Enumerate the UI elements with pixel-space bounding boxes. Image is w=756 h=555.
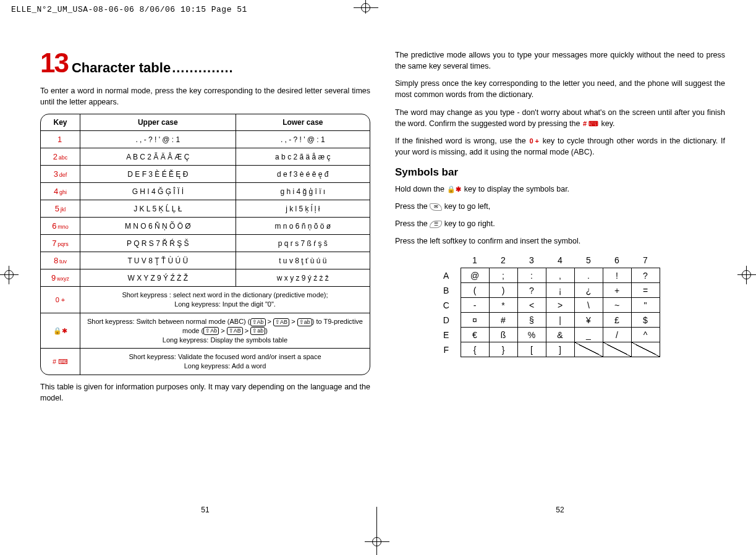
lower-cell: t u v 8 ţ ť ù ú ü [236, 252, 370, 269]
zero-key-icon: 0 + [529, 138, 540, 145]
symbols-p3: Press the ☰ key to go right. [395, 218, 725, 229]
lower-cell: d e f 3 è é ě ę đ [236, 166, 370, 183]
sym-row: E€ß%&_/^ [432, 328, 660, 342]
sym-row-head: D [432, 313, 461, 328]
sym-cell [574, 342, 603, 357]
sym-cell [603, 342, 631, 357]
hash-key-icon: # ⌨ [582, 121, 599, 127]
key-cell: 6mno [41, 218, 80, 235]
predictive-p4: If the finished word is wrong, use the 0… [395, 135, 725, 158]
sym-row: B()?¡¿+= [432, 283, 660, 298]
lower-cell: a b c 2 ã ä å æ ç [236, 148, 370, 166]
key-cell: 4ghi [41, 183, 80, 200]
sym-col-head: 5 [574, 253, 603, 268]
symbols-p4: Press the left softkey to confirm and in… [395, 235, 725, 247]
upper-cell: G H I 4 Ğ Ģ Î Ï İ [80, 183, 236, 200]
predictive-p1: The predictive mode allows you to type y… [395, 49, 725, 72]
page-left: 13 Character table.............. To ente… [40, 43, 370, 518]
sym-cell: : [517, 268, 546, 283]
predictive-p3: The word may change as you type - don't … [395, 107, 725, 129]
char-row: 2abcA B C 2 Ã Ä Å Æ Ça b c 2 ã ä å æ ç [41, 148, 370, 166]
page-number-right: 52 [556, 506, 564, 514]
symbols-p1: Hold down the 🔒✱ key to display the symb… [395, 184, 725, 195]
sym-cell: @ [461, 268, 489, 283]
upper-cell: D E F 3 È É Ě Ę Đ [80, 166, 236, 183]
sym-cell: ¥ [574, 313, 603, 328]
sym-cell: = [631, 283, 660, 298]
row0-text: Short keypress : select next word in the… [80, 287, 370, 313]
char-row: 6mnoM N O 6 Ñ Ņ Õ Ö Øm n o 6 ñ ņ õ ö ø [41, 218, 370, 235]
sym-cell: # [489, 313, 517, 328]
key-cell: 5jkl [41, 200, 80, 218]
sym-cell: | [546, 313, 574, 328]
sym-cell: ~ [603, 298, 631, 313]
sym-cell: , [546, 268, 574, 283]
key-cell: 9wxyz [41, 269, 80, 287]
sym-row-head: C [432, 298, 461, 313]
upper-cell: T U V 8 Ţ Ť Ù Ú Ü [80, 252, 236, 269]
key-cell: 1 [41, 131, 80, 148]
sym-cell: ) [489, 283, 517, 298]
sym-cell: { [461, 342, 489, 357]
lower-cell: . , - ? ! ' @ : 1 [236, 131, 370, 148]
lower-cell: g h i 4 ğ ģ î ï ı [236, 183, 370, 200]
sym-cell: ! [603, 268, 631, 283]
th-lower: Lower case [236, 114, 370, 131]
symbols-p2: Press the ✉ key to go left, [395, 201, 725, 212]
sym-cell: * [489, 298, 517, 313]
sym-row-head: E [432, 328, 461, 342]
upper-cell: A B C 2 Ã Ä Å Æ Ç [80, 148, 236, 166]
left-softkey-icon: ✉ [430, 203, 442, 211]
lower-cell: w x y z 9 ý ź ż ž [236, 269, 370, 287]
sym-cell: £ [603, 313, 631, 328]
th-upper: Upper case [80, 114, 236, 131]
crop-mark-top [354, 0, 378, 17]
intro-paragraph: To enter a word in normal mode, press th… [40, 85, 370, 108]
table-footnote: This table is given for information purp… [40, 381, 370, 404]
sym-cell: ß [489, 328, 517, 342]
sym-cell: _ [574, 328, 603, 342]
key-cell-star: 🔒✱ [41, 313, 80, 349]
upper-cell: . , - ? ! ' @ : 1 [80, 131, 236, 148]
sym-row: D¤#§|¥£$ [432, 313, 660, 328]
key-cell: 2abc [41, 148, 80, 166]
sym-cell: ( [461, 283, 489, 298]
sym-cell: . [574, 268, 603, 283]
char-row: 5jklJ K L 5 Ķ Ĺ Ļ Łj k l 5 ķ ĺ ļ ł [41, 200, 370, 218]
sym-cell: < [517, 298, 546, 313]
sym-cell: - [461, 298, 489, 313]
char-row: 1. , - ? ! ' @ : 1. , - ? ! ' @ : 1 [41, 131, 370, 148]
th-key: Key [41, 114, 80, 131]
key-cell-hash: # ⌨ [41, 349, 80, 375]
character-table: Key Upper case Lower case 1. , - ? ! ' @… [40, 114, 370, 375]
sym-cell: [ [517, 342, 546, 357]
char-row: 9wxyzW X Y Z 9 Ý Ź Ż Žw x y z 9 ý ź ż ž [41, 269, 370, 287]
sym-cell: \ [574, 298, 603, 313]
sym-cell: > [546, 298, 574, 313]
sym-cell [631, 342, 660, 357]
sym-col-head: 6 [603, 253, 631, 268]
sym-cell: } [489, 342, 517, 357]
symbols-grid: 1234567 A@;:,.!?B()?¡¿+=C-*<>\~"D¤#§|¥£$… [432, 253, 660, 358]
crop-mark-left [0, 266, 19, 284]
sym-cell: ¤ [461, 313, 489, 328]
chapter-number: 13 [40, 49, 68, 77]
key-cell-0: 0 + [41, 287, 80, 313]
upper-cell: W X Y Z 9 Ý Ź Ż Ž [80, 269, 236, 287]
sym-col-head: 7 [631, 253, 660, 268]
lower-cell: m n o 6 ñ ņ õ ö ø [236, 218, 370, 235]
upper-cell: M N O 6 Ñ Ņ Õ Ö Ø [80, 218, 236, 235]
sym-cell: ? [517, 283, 546, 298]
sym-cell: % [517, 328, 546, 342]
sym-cell: ¡ [546, 283, 574, 298]
print-job-header: ELLE_N°2_UM_USA-08-06-06 8/06/06 10:15 P… [11, 5, 247, 14]
sym-cell: ^ [631, 328, 660, 342]
rowhash-text: Short keypress: Validate the focused wor… [80, 349, 370, 375]
sym-cell: & [546, 328, 574, 342]
sym-row: A@;:,.!? [432, 268, 660, 283]
key-cell: 7pqrs [41, 235, 80, 252]
right-softkey-icon: ☰ [430, 221, 442, 228]
char-row: 3defD E F 3 È É Ě Ę Đd e f 3 è é ě ę đ [41, 166, 370, 183]
upper-cell: J K L 5 Ķ Ĺ Ļ Ł [80, 200, 236, 218]
chapter-dots: .............. [172, 60, 234, 75]
